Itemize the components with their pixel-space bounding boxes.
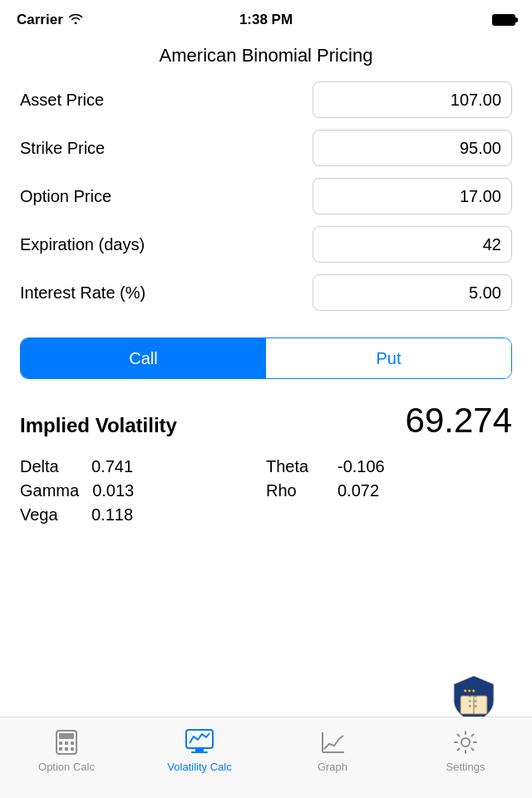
input-strike-price[interactable] xyxy=(313,130,512,166)
tab-volatility-calc[interactable]: Volatility Calc xyxy=(133,724,266,773)
input-option-price[interactable] xyxy=(313,178,512,214)
page-title: American Binomial Pricing xyxy=(0,37,532,81)
greek-item-vega: Vega0.118 xyxy=(20,505,512,525)
svg-point-22 xyxy=(461,738,470,746)
tab-option-calc-label: Option Calc xyxy=(38,761,95,773)
toggle-section: Call Put xyxy=(0,323,532,387)
wifi-icon xyxy=(68,12,83,28)
time-display: 1:38 PM xyxy=(239,12,293,28)
label-option-price: Option Price xyxy=(20,187,111,206)
svg-rect-19 xyxy=(191,751,208,753)
tab-option-calc[interactable]: Option Calc xyxy=(0,724,133,773)
svg-text:≡: ≡ xyxy=(475,703,477,708)
carrier-info: Carrier xyxy=(17,12,83,28)
svg-text:≡: ≡ xyxy=(469,703,471,708)
status-bar: Carrier 1:38 PM xyxy=(0,0,532,37)
greek-value-theta: -0.106 xyxy=(337,457,385,476)
form-row-interest-rate: Interest Rate (%) xyxy=(20,274,512,311)
greek-value-gamma: 0.013 xyxy=(92,481,134,500)
greeks-row-1: Delta0.741Theta-0.106 xyxy=(20,457,512,476)
greek-label-gamma: Gamma xyxy=(20,481,79,500)
calculator-icon xyxy=(52,727,81,757)
graph-icon xyxy=(318,727,347,757)
call-button[interactable]: Call xyxy=(21,338,266,378)
svg-rect-15 xyxy=(65,747,68,751)
implied-volatility-row: Implied Volatility 69.274 xyxy=(20,401,512,441)
iv-label: Implied Volatility xyxy=(20,414,406,437)
greeks-row-2: Gamma0.013Rho0.072 xyxy=(20,481,512,500)
form-row-option-price: Option Price xyxy=(20,178,512,214)
form-row-asset-price: Asset Price xyxy=(20,81,512,118)
greeks-grid: Delta0.741Theta-0.106Gamma0.013Rho0.072V… xyxy=(20,457,512,525)
results-section: Implied Volatility 69.274 Delta0.741Thet… xyxy=(0,387,532,525)
label-asset-price: Asset Price xyxy=(20,91,104,110)
svg-rect-13 xyxy=(71,741,74,745)
greek-label-vega: Vega xyxy=(20,505,78,525)
carrier-label: Carrier xyxy=(17,12,63,28)
label-interest-rate: Interest Rate (%) xyxy=(20,283,145,303)
svg-rect-12 xyxy=(65,741,68,745)
call-put-toggle: Call Put xyxy=(20,337,512,379)
form-row-expiration: Expiration (days) xyxy=(20,226,512,263)
input-expiration[interactable] xyxy=(313,226,512,263)
greek-label-theta: Theta xyxy=(266,457,324,476)
chart-monitor-icon xyxy=(185,727,214,757)
iv-value: 69.274 xyxy=(406,401,512,441)
battery-indicator xyxy=(492,14,515,26)
tab-settings[interactable]: Settings xyxy=(399,724,532,773)
gear-icon xyxy=(451,727,480,757)
put-button[interactable]: Put xyxy=(266,338,511,378)
form-row-strike-price: Strike Price xyxy=(20,130,512,166)
greek-item-gamma: Gamma0.013 xyxy=(20,481,266,500)
svg-rect-16 xyxy=(71,747,74,751)
form-section: Asset PriceStrike PriceOption PriceExpir… xyxy=(0,81,532,311)
greeks-row-3: Vega0.118 xyxy=(20,505,512,525)
svg-rect-17 xyxy=(186,730,213,748)
greek-value-delta: 0.741 xyxy=(91,457,133,476)
battery-icon xyxy=(492,14,515,26)
tab-settings-label: Settings xyxy=(446,761,485,773)
svg-rect-10 xyxy=(59,733,74,739)
greek-item-rho: Rho0.072 xyxy=(266,481,512,500)
input-asset-price[interactable] xyxy=(313,81,512,118)
tab-graph[interactable]: Graph xyxy=(266,724,399,773)
greek-label-delta: Delta xyxy=(20,457,78,476)
label-expiration: Expiration (days) xyxy=(20,235,145,254)
tab-volatility-calc-label: Volatility Calc xyxy=(167,761,231,773)
svg-rect-18 xyxy=(195,748,204,751)
greek-item-theta: Theta-0.106 xyxy=(266,457,512,476)
label-strike-price: Strike Price xyxy=(20,139,105,158)
svg-rect-11 xyxy=(59,741,62,745)
tab-bar: Option Calc Volatility Calc Graph xyxy=(0,717,532,798)
input-interest-rate[interactable] xyxy=(313,274,512,311)
greek-value-rho: 0.072 xyxy=(337,481,379,500)
svg-rect-14 xyxy=(59,747,62,751)
greek-label-rho: Rho xyxy=(266,481,324,500)
greek-value-vega: 0.118 xyxy=(91,505,133,525)
tab-graph-label: Graph xyxy=(318,761,347,773)
greek-item-delta: Delta0.741 xyxy=(20,457,266,476)
